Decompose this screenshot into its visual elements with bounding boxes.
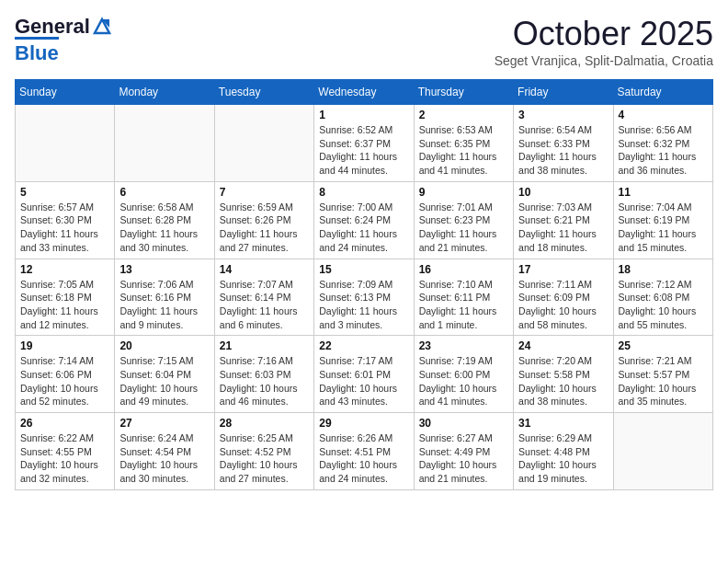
calendar-cell: 20Sunrise: 7:15 AM Sunset: 6:04 PM Dayli… bbox=[115, 336, 214, 413]
day-info: Sunrise: 6:57 AM Sunset: 6:30 PM Dayligh… bbox=[20, 201, 109, 255]
calendar-cell: 11Sunrise: 7:04 AM Sunset: 6:19 PM Dayli… bbox=[613, 181, 712, 259]
day-number: 15 bbox=[319, 263, 408, 276]
day-number: 31 bbox=[518, 417, 608, 430]
day-info: Sunrise: 6:29 AM Sunset: 4:48 PM Dayligh… bbox=[518, 431, 608, 486]
calendar-cell: 19Sunrise: 7:14 AM Sunset: 6:06 PM Dayli… bbox=[16, 336, 115, 413]
day-number: 28 bbox=[220, 417, 309, 430]
weekday-header: Wednesday bbox=[314, 80, 414, 105]
day-info: Sunrise: 7:16 AM Sunset: 6:03 PM Dayligh… bbox=[220, 354, 309, 408]
day-info: Sunrise: 6:54 AM Sunset: 6:33 PM Dayligh… bbox=[518, 123, 608, 178]
day-number: 7 bbox=[220, 186, 309, 199]
calendar-cell bbox=[214, 105, 313, 182]
calendar-cell: 26Sunrise: 6:22 AM Sunset: 4:55 PM Dayli… bbox=[16, 413, 115, 490]
calendar-cell: 2Sunrise: 6:53 AM Sunset: 6:35 PM Daylig… bbox=[414, 105, 513, 182]
calendar-cell: 3Sunrise: 6:54 AM Sunset: 6:33 PM Daylig… bbox=[514, 105, 613, 182]
day-info: Sunrise: 7:11 AM Sunset: 6:09 PM Dayligh… bbox=[518, 278, 608, 332]
day-info: Sunrise: 7:00 AM Sunset: 6:24 PM Dayligh… bbox=[319, 201, 408, 255]
calendar-week-row: 1Sunrise: 6:52 AM Sunset: 6:37 PM Daylig… bbox=[16, 105, 713, 182]
day-info: Sunrise: 7:17 AM Sunset: 6:01 PM Dayligh… bbox=[319, 354, 408, 408]
day-number: 30 bbox=[419, 417, 508, 430]
day-info: Sunrise: 6:59 AM Sunset: 6:26 PM Dayligh… bbox=[220, 201, 309, 255]
weekday-header: Sunday bbox=[16, 80, 115, 105]
day-number: 8 bbox=[319, 186, 408, 199]
logo-blue-label: Blue bbox=[15, 37, 59, 65]
weekday-header: Saturday bbox=[613, 80, 712, 105]
day-number: 5 bbox=[20, 186, 109, 199]
calendar-cell: 28Sunrise: 6:25 AM Sunset: 4:52 PM Dayli… bbox=[214, 413, 313, 490]
day-info: Sunrise: 6:27 AM Sunset: 4:49 PM Dayligh… bbox=[419, 431, 508, 486]
day-number: 23 bbox=[419, 339, 508, 352]
day-info: Sunrise: 7:07 AM Sunset: 6:14 PM Dayligh… bbox=[220, 278, 309, 332]
calendar-cell: 27Sunrise: 6:24 AM Sunset: 4:54 PM Dayli… bbox=[115, 413, 214, 490]
calendar-cell bbox=[16, 105, 115, 182]
day-number: 13 bbox=[119, 263, 209, 276]
day-number: 26 bbox=[20, 417, 109, 430]
calendar-cell: 14Sunrise: 7:07 AM Sunset: 6:14 PM Dayli… bbox=[214, 259, 313, 336]
day-number: 16 bbox=[419, 263, 508, 276]
day-number: 19 bbox=[20, 339, 109, 352]
day-info: Sunrise: 7:10 AM Sunset: 6:11 PM Dayligh… bbox=[419, 278, 508, 332]
day-info: Sunrise: 6:52 AM Sunset: 6:37 PM Dayligh… bbox=[319, 123, 408, 178]
weekday-header: Friday bbox=[514, 80, 613, 105]
day-number: 17 bbox=[518, 263, 608, 276]
day-number: 11 bbox=[619, 186, 708, 199]
logo: General Blue bbox=[15, 15, 112, 65]
day-number: 20 bbox=[119, 339, 209, 352]
day-info: Sunrise: 7:01 AM Sunset: 6:23 PM Dayligh… bbox=[419, 201, 508, 255]
day-info: Sunrise: 7:14 AM Sunset: 6:06 PM Dayligh… bbox=[20, 354, 109, 408]
day-number: 3 bbox=[518, 109, 608, 121]
day-number: 18 bbox=[619, 263, 708, 276]
weekday-header: Thursday bbox=[414, 80, 513, 105]
day-info: Sunrise: 7:19 AM Sunset: 6:00 PM Dayligh… bbox=[419, 354, 508, 408]
day-info: Sunrise: 6:26 AM Sunset: 4:51 PM Dayligh… bbox=[319, 431, 408, 486]
day-info: Sunrise: 6:25 AM Sunset: 4:52 PM Dayligh… bbox=[220, 431, 309, 486]
calendar-cell: 21Sunrise: 7:16 AM Sunset: 6:03 PM Dayli… bbox=[214, 336, 313, 413]
calendar-week-row: 12Sunrise: 7:05 AM Sunset: 6:18 PM Dayli… bbox=[16, 259, 713, 336]
weekday-header: Monday bbox=[115, 80, 214, 105]
calendar-cell bbox=[115, 105, 214, 182]
calendar-cell: 18Sunrise: 7:12 AM Sunset: 6:08 PM Dayli… bbox=[613, 259, 712, 336]
calendar-cell: 5Sunrise: 6:57 AM Sunset: 6:30 PM Daylig… bbox=[16, 181, 115, 259]
day-info: Sunrise: 7:05 AM Sunset: 6:18 PM Dayligh… bbox=[20, 278, 109, 332]
day-info: Sunrise: 6:24 AM Sunset: 4:54 PM Dayligh… bbox=[119, 431, 209, 486]
month-title: October 2025 bbox=[495, 15, 713, 53]
weekday-header-row: SundayMondayTuesdayWednesdayThursdayFrid… bbox=[16, 80, 713, 105]
calendar-cell: 8Sunrise: 7:00 AM Sunset: 6:24 PM Daylig… bbox=[314, 181, 414, 259]
day-number: 27 bbox=[119, 417, 209, 430]
calendar-week-row: 5Sunrise: 6:57 AM Sunset: 6:30 PM Daylig… bbox=[16, 181, 713, 259]
day-number: 24 bbox=[518, 339, 608, 352]
calendar-cell: 31Sunrise: 6:29 AM Sunset: 4:48 PM Dayli… bbox=[514, 413, 613, 490]
day-info: Sunrise: 6:58 AM Sunset: 6:28 PM Dayligh… bbox=[119, 201, 209, 255]
day-number: 21 bbox=[220, 339, 309, 352]
day-info: Sunrise: 7:20 AM Sunset: 5:58 PM Dayligh… bbox=[518, 354, 608, 408]
logo-general: General bbox=[15, 15, 90, 39]
calendar-cell: 4Sunrise: 6:56 AM Sunset: 6:32 PM Daylig… bbox=[613, 105, 712, 182]
calendar-cell bbox=[613, 413, 712, 490]
day-info: Sunrise: 7:12 AM Sunset: 6:08 PM Dayligh… bbox=[619, 278, 708, 332]
day-info: Sunrise: 6:22 AM Sunset: 4:55 PM Dayligh… bbox=[20, 431, 109, 486]
day-info: Sunrise: 7:21 AM Sunset: 5:57 PM Dayligh… bbox=[619, 354, 708, 408]
calendar-cell: 10Sunrise: 7:03 AM Sunset: 6:21 PM Dayli… bbox=[514, 181, 613, 259]
day-info: Sunrise: 6:56 AM Sunset: 6:32 PM Dayligh… bbox=[619, 123, 708, 178]
calendar-cell: 22Sunrise: 7:17 AM Sunset: 6:01 PM Dayli… bbox=[314, 336, 414, 413]
day-number: 22 bbox=[319, 339, 408, 352]
day-number: 2 bbox=[419, 109, 508, 121]
calendar-cell: 13Sunrise: 7:06 AM Sunset: 6:16 PM Dayli… bbox=[115, 259, 214, 336]
day-number: 25 bbox=[619, 339, 708, 352]
calendar-cell: 24Sunrise: 7:20 AM Sunset: 5:58 PM Dayli… bbox=[514, 336, 613, 413]
calendar-cell: 30Sunrise: 6:27 AM Sunset: 4:49 PM Dayli… bbox=[414, 413, 513, 490]
day-info: Sunrise: 7:15 AM Sunset: 6:04 PM Dayligh… bbox=[119, 354, 209, 408]
calendar-cell: 23Sunrise: 7:19 AM Sunset: 6:00 PM Dayli… bbox=[414, 336, 513, 413]
day-info: Sunrise: 7:09 AM Sunset: 6:13 PM Dayligh… bbox=[319, 278, 408, 332]
calendar-cell: 1Sunrise: 6:52 AM Sunset: 6:37 PM Daylig… bbox=[314, 105, 414, 182]
day-number: 1 bbox=[319, 109, 408, 121]
day-info: Sunrise: 7:03 AM Sunset: 6:21 PM Dayligh… bbox=[518, 201, 608, 255]
day-info: Sunrise: 7:06 AM Sunset: 6:16 PM Dayligh… bbox=[119, 278, 209, 332]
day-number: 9 bbox=[419, 186, 508, 199]
title-section: October 2025 Seget Vranjica, Split-Dalma… bbox=[495, 15, 713, 68]
calendar-cell: 6Sunrise: 6:58 AM Sunset: 6:28 PM Daylig… bbox=[115, 181, 214, 259]
day-number: 12 bbox=[20, 263, 109, 276]
day-info: Sunrise: 7:04 AM Sunset: 6:19 PM Dayligh… bbox=[619, 201, 708, 255]
calendar-cell: 9Sunrise: 7:01 AM Sunset: 6:23 PM Daylig… bbox=[414, 181, 513, 259]
calendar-cell: 16Sunrise: 7:10 AM Sunset: 6:11 PM Dayli… bbox=[414, 259, 513, 336]
